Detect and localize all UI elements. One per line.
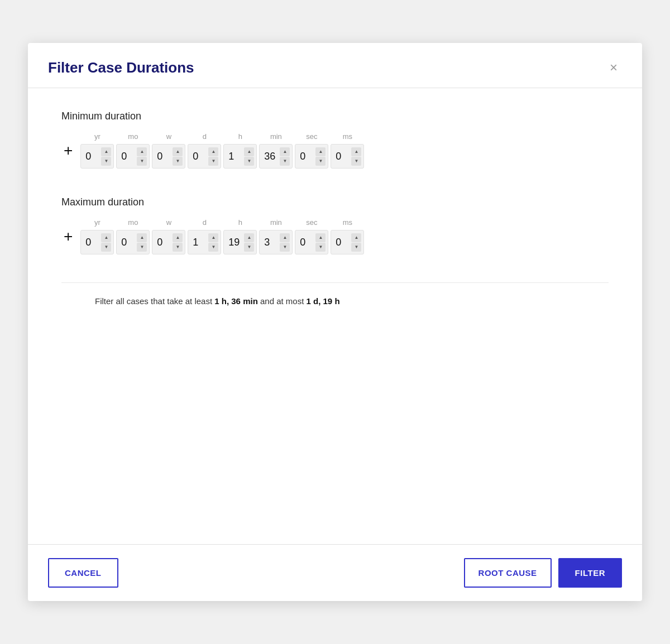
minimum-min-input-wrap: 36 ▲ ▼ (259, 144, 293, 169)
maximum-mo-group: mo 0 ▲ ▼ (116, 218, 150, 254)
minimum-min-down[interactable]: ▼ (280, 157, 290, 166)
minimum-h-down[interactable]: ▼ (244, 157, 254, 166)
minimum-d-up[interactable]: ▲ (208, 147, 218, 156)
maximum-d-up[interactable]: ▲ (208, 233, 218, 242)
maximum-d-down[interactable]: ▼ (208, 243, 218, 252)
maximum-ms-arrows: ▲ ▼ (351, 233, 361, 252)
minimum-yr-up[interactable]: ▲ (101, 147, 111, 156)
maximum-mo-arrows: ▲ ▼ (137, 233, 147, 252)
maximum-h-down[interactable]: ▼ (244, 243, 254, 252)
minimum-w-up[interactable]: ▲ (173, 147, 183, 156)
maximum-h-arrows: ▲ ▼ (244, 233, 254, 252)
maximum-yr-up[interactable]: ▲ (101, 233, 111, 242)
maximum-d-value: 1 (193, 237, 208, 248)
minimum-ms-value: 0 (336, 151, 351, 162)
minimum-w-value: 0 (157, 151, 173, 162)
minimum-sec-up[interactable]: ▲ (315, 147, 326, 156)
minimum-ms-arrows: ▲ ▼ (351, 147, 361, 166)
maximum-h-value: 19 (228, 237, 244, 248)
maximum-spinners-row: + yr 0 ▲ ▼ mo 0 (61, 218, 609, 254)
modal-title: Filter Case Durations (48, 59, 194, 76)
minimum-h-input-wrap: 1 ▲ ▼ (223, 144, 257, 169)
minimum-sec-down[interactable]: ▼ (315, 157, 326, 166)
maximum-yr-down[interactable]: ▼ (101, 243, 111, 252)
minimum-ms-up[interactable]: ▲ (351, 147, 361, 156)
maximum-w-down[interactable]: ▼ (173, 243, 183, 252)
maximum-yr-group: yr 0 ▲ ▼ (80, 218, 114, 254)
minimum-ms-down[interactable]: ▼ (351, 157, 361, 166)
minimum-ms-unit: ms (343, 132, 352, 141)
modal-header: Filter Case Durations × (28, 43, 642, 88)
minimum-yr-unit: yr (94, 132, 100, 141)
maximum-d-arrows: ▲ ▼ (208, 233, 218, 252)
minimum-mo-unit: mo (128, 132, 138, 141)
maximum-w-unit: w (166, 218, 171, 227)
root-cause-button[interactable]: ROOT CAUSE (464, 558, 552, 588)
minimum-mo-input-wrap: 0 ▲ ▼ (116, 144, 150, 169)
minimum-mo-up[interactable]: ▲ (137, 147, 147, 156)
minimum-min-up[interactable]: ▲ (280, 147, 290, 156)
minimum-h-group: h 1 ▲ ▼ (223, 132, 257, 169)
minimum-sec-unit: sec (306, 132, 317, 141)
minimum-plus-button[interactable]: + (61, 143, 75, 158)
maximum-sec-up[interactable]: ▲ (315, 233, 326, 242)
minimum-h-up[interactable]: ▲ (244, 147, 254, 156)
maximum-ms-down[interactable]: ▼ (351, 243, 361, 252)
minimum-yr-group: yr 0 ▲ ▼ (80, 132, 114, 169)
maximum-min-input-wrap: 3 ▲ ▼ (259, 230, 293, 254)
minimum-mo-down[interactable]: ▼ (137, 157, 147, 166)
maximum-plus-button[interactable]: + (61, 229, 75, 244)
summary-section: Filter all cases that take at least 1 h,… (61, 282, 609, 306)
maximum-h-up[interactable]: ▲ (244, 233, 254, 242)
minimum-min-group: min 36 ▲ ▼ (259, 132, 293, 169)
minimum-d-input-wrap: 0 ▲ ▼ (188, 144, 221, 169)
minimum-yr-input-wrap: 0 ▲ ▼ (80, 144, 114, 169)
maximum-min-unit: min (270, 218, 282, 227)
minimum-sec-group: sec 0 ▲ ▼ (295, 132, 328, 169)
minimum-mo-value: 0 (121, 151, 137, 162)
minimum-d-down[interactable]: ▼ (208, 157, 218, 166)
maximum-yr-arrows: ▲ ▼ (101, 233, 111, 252)
maximum-yr-input-wrap: 0 ▲ ▼ (80, 230, 114, 254)
maximum-sec-arrows: ▲ ▼ (315, 233, 326, 252)
summary-middle: and at most (258, 296, 307, 306)
footer-right: ROOT CAUSE FILTER (464, 558, 622, 588)
minimum-d-unit: d (203, 132, 207, 141)
filter-button[interactable]: FILTER (558, 558, 622, 588)
maximum-d-unit: d (203, 218, 207, 227)
maximum-ms-up[interactable]: ▲ (351, 233, 361, 242)
minimum-mo-arrows: ▲ ▼ (137, 147, 147, 166)
minimum-h-value: 1 (228, 151, 244, 162)
maximum-h-input-wrap: 19 ▲ ▼ (223, 230, 257, 254)
maximum-d-input-wrap: 1 ▲ ▼ (188, 230, 221, 254)
minimum-sec-value: 0 (300, 151, 315, 162)
maximum-w-up[interactable]: ▲ (173, 233, 183, 242)
minimum-d-group: d 0 ▲ ▼ (188, 132, 221, 169)
maximum-ms-group: ms 0 ▲ ▼ (331, 218, 364, 254)
maximum-yr-value: 0 (85, 237, 101, 248)
maximum-yr-unit: yr (94, 218, 100, 227)
summary-prefix: Filter all cases that take at least (95, 296, 214, 306)
maximum-mo-up[interactable]: ▲ (137, 233, 147, 242)
maximum-sec-unit: sec (306, 218, 317, 227)
maximum-mo-input-wrap: 0 ▲ ▼ (116, 230, 150, 254)
minimum-h-unit: h (238, 132, 242, 141)
minimum-w-down[interactable]: ▼ (173, 157, 183, 166)
close-button[interactable]: × (605, 59, 622, 76)
summary-max-bold: 1 d, 19 h (307, 296, 340, 306)
maximum-ms-unit: ms (343, 218, 352, 227)
maximum-min-down[interactable]: ▼ (280, 243, 290, 252)
summary-min-bold: 1 h, 36 min (214, 296, 258, 306)
minimum-yr-down[interactable]: ▼ (101, 157, 111, 166)
maximum-sec-down[interactable]: ▼ (315, 243, 326, 252)
filter-case-durations-modal: Filter Case Durations × Minimum duration… (28, 43, 642, 601)
cancel-button[interactable]: CANCEL (48, 558, 118, 588)
maximum-min-up[interactable]: ▲ (280, 233, 290, 242)
minimum-min-value: 36 (264, 151, 280, 162)
minimum-duration-section: Minimum duration + yr 0 ▲ ▼ mo (61, 110, 609, 169)
minimum-ms-group: ms 0 ▲ ▼ (331, 132, 364, 169)
maximum-mo-down[interactable]: ▼ (137, 243, 147, 252)
minimum-w-input-wrap: 0 ▲ ▼ (152, 144, 185, 169)
minimum-h-arrows: ▲ ▼ (244, 147, 254, 166)
maximum-ms-input-wrap: 0 ▲ ▼ (331, 230, 364, 254)
